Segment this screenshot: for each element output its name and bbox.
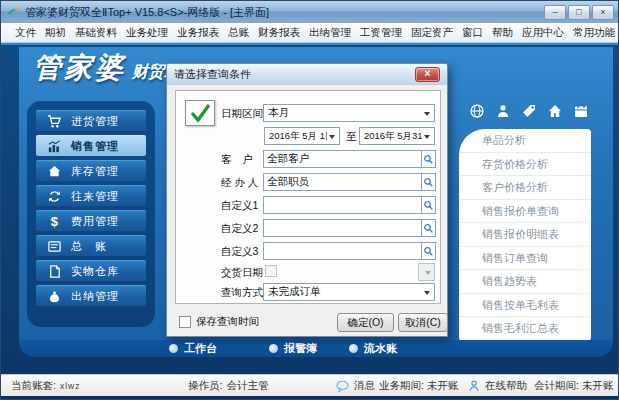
person-icon [467, 379, 481, 393]
date-range-value: 本月 [264, 106, 422, 120]
tag-icon[interactable] [521, 103, 537, 119]
delivery-date-picker-disabled [418, 263, 435, 281]
customer-input[interactable] [263, 150, 421, 168]
app-window: 管家婆财贸双全ⅡTop+ V15.8<S>-网络版 - [主界面] – □ × … [0, 0, 619, 400]
custom1-input[interactable] [263, 196, 421, 214]
date-range-select[interactable]: 本月 [263, 104, 435, 122]
report-item-customer-price-analysis[interactable]: 客户价格分析 [459, 176, 591, 200]
custom2-input[interactable] [263, 219, 421, 237]
date-to-value: 2016年 5月31日 [360, 130, 422, 143]
menu-item-file[interactable]: 文件 [15, 26, 36, 40]
chevron-down-icon [424, 291, 430, 298]
date-range-label: 日期区间 [221, 104, 263, 122]
sidebar-item-receivables[interactable]: 往来管理 [36, 185, 146, 206]
report-item-sales-trend[interactable]: 销售趋势表 [459, 270, 591, 294]
report-item-sales-profit-summary[interactable]: 销售毛利汇总表 [459, 317, 591, 341]
window-titlebar: 管家婆财贸双全ⅡTop+ V15.8<S>-网络版 - [主界面] – □ × [1, 1, 619, 23]
sidebar-item-label: 销售管理 [71, 139, 119, 154]
menu-item-general-ledger[interactable]: 总账 [228, 26, 249, 40]
menu-item-common-functions[interactable]: 常用功能 [573, 26, 615, 40]
date-from-picker[interactable]: 2016年 5月 1日 [264, 127, 340, 145]
message-label: 消息 [354, 379, 375, 393]
report-item-sales-quote-detail[interactable]: 销售报价明细表 [459, 223, 591, 247]
globe-icon[interactable] [469, 103, 485, 119]
custom2-lookup-button[interactable] [421, 219, 436, 237]
customer-row: 客 户 [167, 150, 449, 168]
sidebar-item-physical-warehouse[interactable]: 实物仓库 [36, 260, 146, 281]
custom3-input[interactable] [263, 242, 421, 260]
custom2-label: 自定义2 [221, 219, 258, 237]
statusbar: 当前账套: xlwz 操作员: 会计主管 消息 业务期间: 未开账 在线帮助 会… [1, 374, 619, 396]
tab-daybook[interactable]: 流水账 [349, 341, 397, 356]
cancel-button[interactable]: 取消(C) [398, 313, 448, 332]
report-item-sales-order-query[interactable]: 销售订单查询 [459, 247, 591, 271]
window-minimize-button[interactable]: – [544, 5, 566, 20]
menu-item-app-center[interactable]: 应用中心 [522, 26, 564, 40]
menu-item-base-data[interactable]: 基础资料 [75, 26, 117, 40]
date-from-to-row: 2016年 5月 1日 至 2016年 5月31日 [167, 127, 449, 145]
app-logo-icon [7, 6, 20, 19]
account-label: 当前账套: [11, 379, 56, 393]
menu-item-payroll[interactable]: 工资管理 [360, 26, 402, 40]
online-help-link[interactable]: 在线帮助 [467, 375, 527, 397]
customer-lookup-button[interactable] [421, 150, 436, 168]
message-area[interactable]: 消息 业务期间: 未开账 [335, 375, 458, 397]
tab-alert-book[interactable]: 报警簿 [269, 341, 317, 356]
ok-button[interactable]: 确定(O) [337, 313, 394, 332]
sidebar-item-sales[interactable]: 销售管理 [36, 135, 146, 156]
bullet-icon [169, 344, 178, 353]
report-item-sales-profit-by-order[interactable]: 销售按单毛利表 [459, 294, 591, 318]
bullet-icon [269, 344, 278, 353]
dialog-title: 请选择查询条件 [174, 67, 251, 82]
menu-item-cashier[interactable]: 出纳管理 [309, 26, 351, 40]
sidebar-item-label: 往来管理 [71, 189, 119, 204]
custom3-lookup-button[interactable] [421, 242, 436, 260]
custom3-row: 自定义3 [167, 242, 449, 260]
date-to-picker[interactable]: 2016年 5月31日 [359, 127, 435, 145]
menu-item-window[interactable]: 窗口 [462, 26, 483, 40]
sidebar-item-purchase[interactable]: 进货管理 [36, 110, 146, 131]
dollar-icon: $ [47, 214, 62, 229]
dialog-titlebar[interactable]: 请选择查询条件 × [167, 64, 447, 85]
dialog-close-button[interactable]: × [415, 67, 440, 82]
report-item-sales-quote-query[interactable]: 销售报价单查询 [459, 200, 591, 224]
query-mode-select[interactable]: 未完成订单 [263, 283, 435, 301]
home-icon[interactable] [547, 103, 563, 119]
save-query-time-checkbox[interactable] [179, 316, 191, 328]
speech-bubble-icon [335, 379, 350, 394]
custom3-label: 自定义3 [221, 242, 258, 260]
custom1-lookup-button[interactable] [421, 196, 436, 214]
window-restore-button[interactable]: □ [568, 5, 590, 20]
svg-text:$: $ [51, 214, 59, 229]
agent-lookup-button[interactable] [421, 173, 436, 191]
menu-item-business-process[interactable]: 业务处理 [126, 26, 168, 40]
menu-item-business-reports[interactable]: 业务报表 [177, 26, 219, 40]
date-range-row: 日期区间 本月 [167, 104, 449, 122]
report-item-stock-price-analysis[interactable]: 存货价格分析 [459, 153, 591, 177]
menu-item-fixed-assets[interactable]: 固定资产 [411, 26, 453, 40]
save-query-time-option[interactable]: 保存查询时间 [179, 315, 259, 329]
bullet-icon [349, 344, 358, 353]
sidebar-item-cashier[interactable]: 出纳管理 [36, 285, 146, 306]
quick-icons-row [469, 103, 589, 119]
window-close-button[interactable]: × [592, 5, 614, 20]
sidebar-item-inventory[interactable]: 库存管理 [36, 160, 146, 181]
menu-item-opening[interactable]: 期初 [45, 26, 66, 40]
menu-item-finance-reports[interactable]: 财务报表 [258, 26, 300, 40]
agent-label: 经 办 人 [221, 173, 258, 191]
sidebar-item-general-ledger[interactable]: 总 账 [36, 235, 146, 256]
sidebar-item-expenses[interactable]: $ 费用管理 [36, 210, 146, 231]
menu-item-help[interactable]: 帮助 [492, 26, 513, 40]
tab-workbench[interactable]: 工作台 [169, 341, 217, 356]
agent-input[interactable] [263, 173, 421, 191]
accounting-period: 会计期间: 未开账 [534, 379, 613, 393]
window-title: 管家婆财贸双全ⅡTop+ V15.8<S>-网络版 - [主界面] [25, 5, 269, 20]
tab-label: 工作台 [184, 341, 217, 356]
logo-brand-text: 管家婆 [33, 49, 126, 87]
calendar-icon[interactable] [573, 103, 589, 119]
report-item-single-product-analysis[interactable]: 单品分析 [459, 129, 591, 153]
house-icon [47, 164, 62, 179]
user-icon[interactable] [495, 103, 511, 119]
tab-label: 报警簿 [284, 341, 317, 356]
current-account-set: 当前账套: xlwz [11, 375, 80, 397]
